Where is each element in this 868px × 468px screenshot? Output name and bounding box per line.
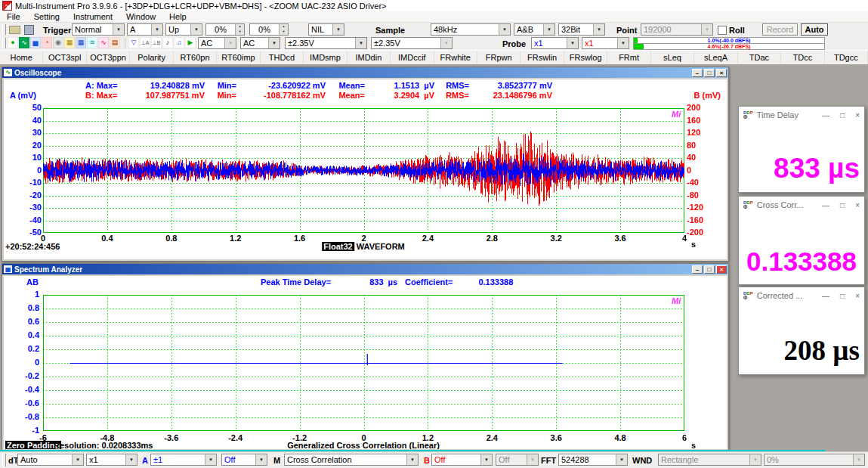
tab-sleq[interactable]: sLeq	[651, 51, 694, 64]
data-logger-icon[interactable]: ▦	[64, 37, 75, 48]
trigger-mode-select[interactable]: Normal▼	[72, 23, 125, 36]
restore-button[interactable]: □	[704, 69, 715, 77]
chevron-down-icon[interactable]: ▼	[567, 38, 578, 48]
close-button[interactable]: ×	[855, 292, 860, 300]
chevron-down-icon[interactable]: ▼	[355, 38, 366, 48]
trigger-delay-stepper[interactable]: 0%▲▼	[249, 23, 289, 36]
probe-b-select[interactable]: x1▼	[582, 37, 629, 49]
toolbar-grip[interactable]	[2, 24, 6, 35]
tab-frwhite[interactable]: FRwhite	[434, 51, 477, 64]
spin-up-icon[interactable]: ▲	[236, 24, 244, 29]
tab-thdcd[interactable]: THDcd	[261, 51, 304, 64]
tab-rt60imp[interactable]: RT60imp	[217, 51, 260, 64]
tab-tdcc[interactable]: TDcc	[781, 51, 824, 64]
tab-oct3spl[interactable]: OCT3spl	[43, 51, 86, 64]
minimize-button[interactable]: —	[822, 292, 829, 300]
tab-polarity[interactable]: Polarity	[130, 51, 173, 64]
close-button[interactable]: ×	[716, 265, 727, 274]
oscilloscope-title-bar[interactable]: ∿ Oscilloscope – □ ×	[2, 67, 728, 78]
chevron-down-icon[interactable]: ▼	[255, 454, 267, 465]
bit-depth-select[interactable]: 32Bit▼	[558, 23, 605, 36]
channel-b-processing-select[interactable]: Off▼	[431, 454, 493, 466]
roll-checkbox[interactable]	[718, 26, 727, 35]
play-icon[interactable]: ▶	[185, 37, 196, 48]
oscilloscope-icon[interactable]: ∿	[19, 37, 29, 48]
calibration-a-icon[interactable]: ⊥A	[140, 37, 150, 48]
save-icon[interactable]	[24, 25, 34, 35]
maximize-button[interactable]: □	[840, 201, 845, 209]
open-icon[interactable]	[9, 26, 20, 34]
tab-oct3ppn[interactable]: OCT3ppn	[87, 51, 130, 64]
chevron-down-icon[interactable]: ▼	[125, 454, 137, 465]
chevron-down-icon[interactable]: ▼	[151, 24, 162, 35]
minimize-button[interactable]: —	[822, 201, 829, 209]
minimize-button[interactable]: –	[692, 265, 703, 274]
tab-tdgcc[interactable]: TDgcc	[825, 51, 868, 64]
multimeter-icon[interactable]: ◔	[42, 37, 52, 48]
chevron-down-icon[interactable]: ▼	[617, 38, 629, 48]
calibration-b-icon[interactable]: ⊥B	[151, 37, 162, 48]
range-a-select[interactable]: ±2.35V▼	[285, 37, 367, 49]
chevron-down-icon[interactable]: ▼	[406, 454, 418, 465]
chevron-down-icon[interactable]: ▼	[190, 24, 202, 35]
close-button[interactable]: ×	[855, 111, 860, 119]
chevron-down-icon[interactable]: ▼	[543, 24, 554, 35]
signal-generator-icon[interactable]: ∿	[98, 37, 109, 48]
menu-window[interactable]: Window	[119, 12, 162, 21]
channels-select[interactable]: A&B▼	[514, 23, 555, 36]
cross-correlation-title-bar[interactable]: DDP◎ Cross Corr... — □ ×	[739, 197, 864, 213]
hpf-select[interactable]: NIL▼	[308, 23, 344, 36]
chevron-down-icon[interactable]: ▼	[499, 24, 510, 35]
toolbar-grip[interactable]	[2, 38, 6, 48]
chevron-down-icon[interactable]: ▼	[205, 454, 216, 465]
close-button[interactable]: ×	[855, 201, 860, 209]
fft-size-select[interactable]: 524288▼	[558, 454, 628, 466]
trigger-source-select[interactable]: A▼	[127, 23, 163, 36]
spin-up-icon[interactable]: ▲	[280, 24, 288, 29]
channel-a-processing-select[interactable]: Off▼	[221, 454, 267, 466]
spin-down-icon[interactable]: ▼	[236, 29, 244, 35]
auto-button[interactable]: Auto	[801, 23, 828, 36]
chevron-down-icon[interactable]: ▼	[616, 454, 627, 465]
coupling-a-select[interactable]: AC▼	[198, 37, 236, 49]
title-bar[interactable]: ∿ Multi-Instrument Pro 3.9.9.6 - [+3DP+D…	[0, 0, 868, 11]
coupling-b-select[interactable]: AC▼	[240, 37, 280, 49]
tab-imdccif[interactable]: IMDccif	[391, 51, 434, 64]
tab-frswlin[interactable]: FRswlin	[520, 51, 564, 64]
corrected-delay-title-bar[interactable]: DDP◎ Corrected ... — □ ×	[739, 287, 864, 304]
menu-instrument[interactable]: Instrument	[66, 12, 119, 21]
mic-calibration-icon[interactable]: ♪	[162, 37, 173, 48]
tab-tdac[interactable]: TDac	[738, 51, 781, 64]
processing-mode-select[interactable]: Cross Correlation▼	[284, 454, 419, 466]
tab-rt60pn[interactable]: RT60pn	[174, 51, 217, 64]
ddp-viewer-icon[interactable]: ▦	[76, 37, 86, 48]
tab-frswlog[interactable]: FRswlog	[564, 51, 607, 64]
menu-help[interactable]: Help	[162, 12, 193, 21]
range-b-select[interactable]: ±2.35V▼	[371, 37, 453, 49]
sample-rate-select[interactable]: 48kHz▼	[431, 23, 511, 36]
close-button[interactable]: ×	[716, 69, 727, 77]
spectrum-analyzer-title-bar[interactable]: ▅ Spectrum Analyzer – □ ×	[2, 264, 728, 274]
tab-sleqa[interactable]: sLeqA	[694, 51, 737, 64]
time-delay-title-bar[interactable]: DDP◎ Time Delay — □ ×	[739, 107, 864, 123]
spectrum-analyzer-icon[interactable]: ▅	[30, 37, 41, 48]
trigger-edge-select[interactable]: Up▼	[165, 23, 202, 36]
derived-data-logger-icon[interactable]: ≋	[87, 37, 97, 48]
chevron-down-icon[interactable]: ▼	[480, 454, 492, 465]
run-icon[interactable]: ●	[8, 37, 18, 48]
tab-frpwn[interactable]: FRpwn	[477, 51, 520, 64]
spin-down-icon[interactable]: ▼	[280, 29, 288, 35]
tab-home[interactable]: Home	[0, 51, 43, 64]
toolbar-grip[interactable]	[2, 454, 6, 466]
chevron-down-icon[interactable]: ▼	[72, 454, 83, 465]
speaker-icon[interactable]: ♫	[174, 37, 184, 48]
channel-a-range-select[interactable]: ±1▼	[150, 454, 217, 466]
tab-imddin[interactable]: IMDdin	[348, 51, 391, 64]
chevron-down-icon[interactable]: ▼	[268, 38, 280, 48]
maximize-button[interactable]: □	[840, 111, 845, 119]
dt-mode-select[interactable]: Auto▼	[17, 454, 84, 466]
menu-file[interactable]: File	[0, 12, 27, 21]
tab-imdsmp[interactable]: IMDsmp	[304, 51, 347, 64]
chevron-down-icon[interactable]: ▼	[332, 24, 344, 35]
trigger-level-stepper[interactable]: 0%▲▼	[205, 23, 245, 36]
